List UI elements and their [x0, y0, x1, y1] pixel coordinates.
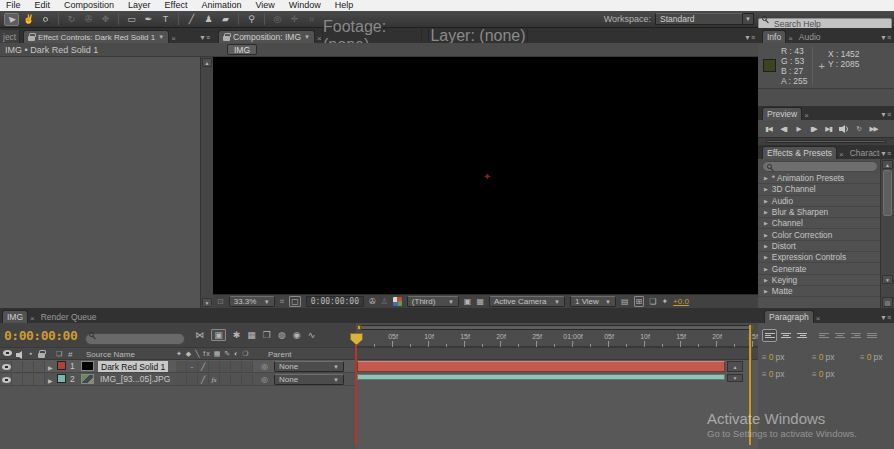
quality-switch[interactable]: ╱: [198, 361, 209, 372]
category-blur-sharpen[interactable]: ▶Blur & Sharpen: [758, 207, 880, 218]
frame-blend-switch[interactable]: [220, 374, 231, 385]
quality-switch[interactable]: ╱: [198, 374, 209, 385]
close-icon[interactable]: ×: [28, 314, 37, 323]
source-name-column-label[interactable]: Source Name: [86, 350, 135, 359]
draft-3d-icon[interactable]: ▣: [211, 329, 226, 341]
label-color-swatch[interactable]: [57, 374, 66, 383]
puppet-pin-tool[interactable]: ⚲: [244, 13, 259, 26]
tab-effect-controls[interactable]: Effect Controls: Dark Red Solid 1 ▼: [23, 30, 169, 43]
panel-menu-icon[interactable]: ▼≡: [880, 111, 894, 120]
shy-switch[interactable]: [176, 361, 187, 372]
category-3d-channel[interactable]: ▶3D Channel: [758, 184, 880, 195]
comp-end-marker[interactable]: [749, 325, 752, 445]
lock-toggle[interactable]: [34, 374, 45, 385]
threed-switch[interactable]: [242, 374, 253, 385]
work-area-bar[interactable]: [357, 325, 753, 330]
selection-tool[interactable]: ▶: [4, 13, 19, 26]
justify-all-button[interactable]: [864, 329, 879, 342]
category-expression-controls[interactable]: ▶Expression Controls: [758, 252, 880, 263]
timeline-button-icon[interactable]: ▤: [621, 297, 629, 306]
close-icon[interactable]: ×: [169, 34, 178, 43]
parent-dropdown[interactable]: None▼: [274, 374, 344, 385]
align-left-button[interactable]: [762, 329, 777, 342]
indent-right-field[interactable]: ≡0px: [860, 352, 882, 362]
category-animation-presets[interactable]: ▶* Animation Presets: [758, 173, 880, 184]
disclosure-triangle-icon[interactable]: ▶: [764, 266, 768, 272]
comp-mini-flowchart-icon[interactable]: ⋈: [195, 330, 204, 340]
auto-keyframe-icon[interactable]: ◉: [293, 330, 301, 340]
always-preview-icon[interactable]: ⊡: [217, 297, 224, 306]
category-color-correction[interactable]: ▶Color Correction: [758, 229, 880, 240]
panel-menu-icon[interactable]: ▼≡: [744, 34, 758, 43]
menu-help[interactable]: Help: [329, 0, 362, 11]
rotate-tool[interactable]: ↻: [64, 13, 79, 26]
magnification-dropdown[interactable]: 33.3%▼: [229, 296, 275, 307]
show-channels-icon[interactable]: [393, 297, 402, 306]
anchor-point-crosshair[interactable]: ✦: [483, 171, 491, 182]
comp-flowchart-icon[interactable]: ⊞: [634, 296, 645, 307]
category-matte[interactable]: ▶Matte: [758, 286, 880, 297]
motion-blur-icon[interactable]: ❐: [263, 330, 271, 340]
layer-bar-dark-red-solid[interactable]: [357, 361, 725, 372]
tab-composition[interactable]: Composition: IMG ▼: [218, 30, 315, 43]
comp-family-icon[interactable]: ❏: [649, 297, 656, 306]
motion-blur-switch[interactable]: [231, 374, 242, 385]
menu-effect[interactable]: Effect: [159, 0, 196, 11]
tab-effects-presets[interactable]: Effects & Presets: [762, 146, 837, 159]
solo-toggle[interactable]: [23, 374, 34, 385]
disclosure-triangle-icon[interactable]: ▶: [764, 243, 768, 249]
close-icon[interactable]: ×: [802, 111, 811, 120]
graph-editor-icon[interactable]: ∿: [308, 330, 316, 340]
audio-toggle[interactable]: [12, 361, 23, 372]
reset-exposure-icon[interactable]: ✦: [661, 297, 668, 306]
view-layout-dropdown[interactable]: 1 View▼: [570, 296, 616, 307]
panel-menu-icon[interactable]: ▼≡: [880, 314, 894, 323]
category-keying[interactable]: ▶Keying: [758, 275, 880, 286]
menu-edit[interactable]: Edit: [29, 0, 59, 11]
lock-toggle[interactable]: [34, 361, 45, 372]
layer-row-1[interactable]: ▶ 1 Dark Red Solid 1 ‐ ╱ ◎ None▼: [0, 360, 356, 373]
brush-tool[interactable]: ╱: [184, 13, 199, 26]
safe-zones-icon[interactable]: ⌗: [280, 297, 285, 307]
work-area-start-handle[interactable]: [357, 325, 361, 330]
lock-icon[interactable]: [28, 36, 35, 41]
disclosure-triangle-icon[interactable]: ▶: [764, 232, 768, 238]
tab-timeline-img[interactable]: IMG: [2, 310, 28, 323]
parent-dropdown[interactable]: None▼: [274, 361, 344, 372]
tab-info[interactable]: Info: [762, 30, 786, 43]
panel-menu-icon[interactable]: ▼≡: [880, 150, 894, 159]
region-of-interest-icon[interactable]: ▣: [464, 297, 472, 306]
zoom-tool[interactable]: [38, 13, 53, 26]
loop-button[interactable]: ↻: [852, 123, 865, 135]
disclosure-triangle-icon[interactable]: ▶: [764, 220, 768, 226]
audio-toggle-button[interactable]: [837, 123, 850, 135]
expander-icon[interactable]: ▶: [48, 364, 53, 371]
effects-scrollbar[interactable]: ▲ ▼ ▨: [880, 159, 894, 308]
timeline-search-input[interactable]: [85, 333, 185, 345]
disclosure-triangle-icon[interactable]: ▶: [764, 198, 768, 204]
tab-layer[interactable]: Layer: (none): [428, 29, 528, 42]
menu-window[interactable]: Window: [283, 0, 329, 11]
first-line-indent-field[interactable]: ≡0px: [812, 352, 834, 362]
next-frame-button[interactable]: ▮▶: [807, 123, 820, 135]
lock-icon[interactable]: [223, 36, 230, 41]
collapse-switch[interactable]: ‐: [187, 361, 198, 372]
category-distort[interactable]: ▶Distort: [758, 241, 880, 252]
disclosure-triangle-icon[interactable]: ▶: [764, 277, 768, 283]
workspace-dropdown[interactable]: Standard: [655, 13, 743, 25]
ram-preview-button[interactable]: ▶▶: [867, 123, 880, 135]
panel-menu-icon[interactable]: ▼≡: [880, 34, 894, 43]
parent-pickwhip-icon[interactable]: ◎: [261, 375, 268, 384]
first-frame-button[interactable]: ▮◀: [762, 123, 775, 135]
collapse-switch[interactable]: [187, 374, 198, 385]
layer-name[interactable]: Dark Red Solid 1: [98, 361, 168, 372]
snapshot-icon[interactable]: ✇: [369, 297, 376, 306]
tab-footage[interactable]: Footage: (none): [322, 29, 422, 42]
indent-left-field[interactable]: ≡0px: [762, 352, 784, 362]
viewer-timecode[interactable]: 0:00:00:00: [306, 296, 364, 307]
resolution-dropdown[interactable]: (Third)▼: [407, 296, 459, 307]
close-icon[interactable]: ×: [814, 314, 823, 323]
tab-character[interactable]: Characte: [846, 146, 880, 159]
space-after-field[interactable]: ≡0px: [812, 369, 834, 379]
previous-frame-button[interactable]: ◀▮: [777, 123, 790, 135]
